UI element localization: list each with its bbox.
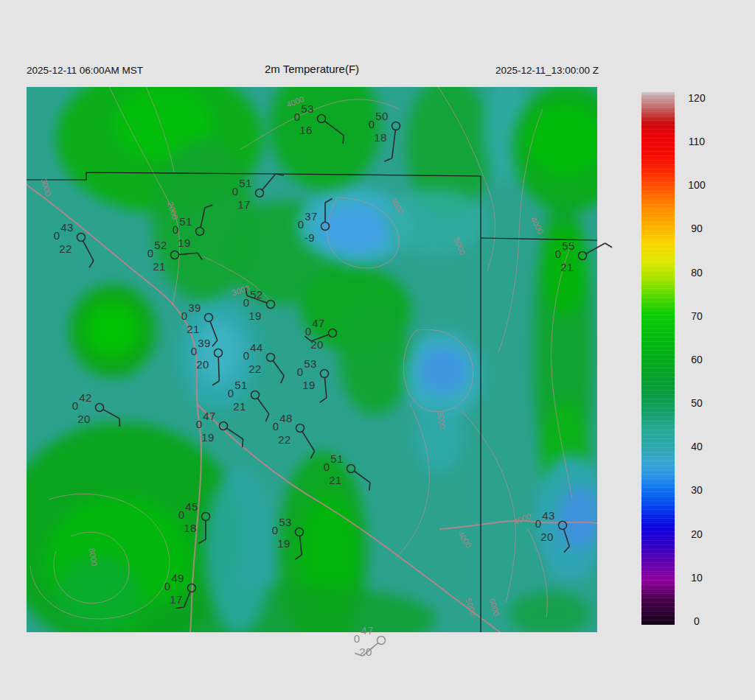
roads bbox=[27, 183, 597, 632]
station-aux-value: 0 bbox=[354, 632, 361, 645]
colorbar-tick-label: 120 bbox=[684, 91, 709, 105]
colorbar-tick-label: 40 bbox=[684, 440, 709, 453]
temperature-map: 2000300040004000500030006000400040005000… bbox=[27, 87, 597, 632]
weather-map-page: 2025-12-11 06:00AM MST 2m Temperature(F)… bbox=[0, 0, 755, 700]
colorbar-tick-label: 10 bbox=[684, 571, 709, 584]
station-dewpoint: 20 bbox=[359, 645, 372, 658]
road-northwest-south bbox=[27, 183, 201, 632]
colorbar-tick-label: 70 bbox=[684, 309, 709, 323]
road-southeast-diagonal bbox=[197, 404, 502, 632]
colorbar-tick-label: 20 bbox=[684, 528, 709, 541]
map-overlay bbox=[27, 87, 597, 632]
colorbar-tick-label: 50 bbox=[684, 396, 709, 410]
colorbar-tick-label: 0 bbox=[684, 615, 709, 628]
border-horizontal-north bbox=[27, 172, 481, 180]
colorbar-tick-label: 90 bbox=[684, 222, 709, 235]
colorbar-tick-label: 30 bbox=[684, 483, 709, 497]
county-borders bbox=[27, 172, 597, 632]
wind-barb-shaft bbox=[363, 643, 378, 657]
border-horizontal-east bbox=[481, 238, 597, 240]
elevation-contours bbox=[30, 87, 572, 619]
colorbar-tick-label: 80 bbox=[684, 266, 709, 279]
colorbar bbox=[641, 92, 675, 625]
wind-barb-tick bbox=[355, 653, 362, 656]
station-plot-symbol bbox=[355, 637, 385, 657]
colorbar-tick-label: 60 bbox=[684, 353, 709, 366]
station-circle bbox=[378, 637, 386, 645]
valid-time-utc: 2025-12-11_13:00:00 Z bbox=[413, 65, 599, 76]
colorbar-tick-label: 100 bbox=[684, 178, 709, 192]
wind-barb-tick bbox=[605, 243, 612, 248]
colorbar-tick-label: 110 bbox=[684, 135, 709, 148]
